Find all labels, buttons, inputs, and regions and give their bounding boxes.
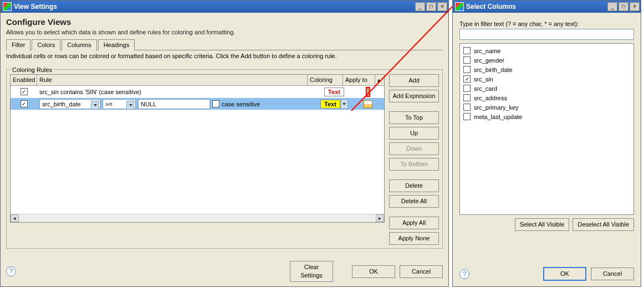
column-label: src_card [474, 85, 497, 92]
columns-list[interactable]: src_name src_gender src_birth_date ✓src_… [459, 43, 634, 215]
fieldset-label: Coloring Rules [11, 66, 54, 73]
maximize-button[interactable]: □ [426, 2, 436, 11]
column-label: src_gender [474, 57, 504, 64]
delete-all-button[interactable]: Delete All [389, 195, 439, 208]
delete-button[interactable]: Delete [389, 179, 439, 192]
add-button[interactable]: Add [389, 74, 439, 87]
colors-tab-description: Individual cells or rows can be colored … [6, 53, 443, 59]
grid-horizontal-scrollbar[interactable]: ◂ ▸ [11, 214, 384, 222]
column-item: ✓src_sin [462, 74, 631, 84]
col-header-rule[interactable]: Rule [37, 75, 308, 85]
column-label: src_sin [474, 76, 493, 83]
column-item: src_name [462, 46, 631, 55]
page-heading: Configure Views [6, 17, 443, 27]
view-settings-titlebar[interactable]: View Settings _ □ × [1, 1, 448, 13]
coloring-rules-fieldset: Enabled Rule Coloring Apply to ▴ ✓ src_s… [6, 69, 443, 249]
apply-all-button[interactable]: Apply All [389, 217, 439, 229]
col-header-apply-to[interactable]: Apply to [343, 75, 375, 85]
column-checkbox[interactable] [463, 104, 471, 111]
column-item: src_primary_key [462, 102, 631, 112]
apply-to-button-highlight [366, 87, 370, 97]
rules-grid[interactable]: Enabled Rule Coloring Apply to ▴ ✓ src_s… [10, 74, 385, 223]
enabled-checkbox[interactable]: ✓ [21, 88, 28, 95]
scroll-right-button[interactable]: ▸ [376, 214, 384, 222]
add-expression-button[interactable]: Add Expression [389, 90, 439, 102]
page-description: Allows you to select which data is shown… [6, 29, 443, 35]
apply-to-icon[interactable] [364, 100, 372, 108]
down-button[interactable]: Down [389, 142, 439, 155]
cancel-button[interactable]: Cancel [400, 265, 443, 278]
maximize-button[interactable]: □ [619, 2, 628, 11]
rule-text: src_sin contains 'SIN' (case sensitive) [37, 86, 316, 97]
help-icon[interactable]: ? [459, 269, 469, 279]
coloring-dropdown-button[interactable] [340, 99, 348, 109]
column-label: src_name [474, 48, 500, 54]
view-settings-footer: ? Clear Settings OK Cancel [6, 261, 443, 282]
column-checkbox[interactable] [463, 85, 471, 92]
app-logo-icon [455, 2, 464, 11]
close-button[interactable]: × [437, 2, 447, 11]
view-settings-window: View Settings _ □ × Configure Views Allo… [0, 0, 449, 287]
enabled-checkbox[interactable]: ✓ [21, 100, 28, 107]
column-checkbox[interactable] [463, 113, 471, 120]
field-dropdown[interactable]: src_birth_date [39, 99, 100, 109]
ok-button[interactable]: OK [543, 267, 586, 281]
minimize-button[interactable]: _ [415, 2, 425, 11]
value-input[interactable]: NULL [138, 99, 210, 109]
rule-action-buttons: Add Add Expression To Top Up Down To Bot… [389, 74, 439, 245]
up-button[interactable]: Up [389, 127, 439, 140]
minimize-button[interactable]: _ [607, 2, 617, 11]
filter-label: Type in filter text (? = any char, * = a… [459, 20, 634, 27]
apply-to-icon[interactable] [367, 88, 369, 96]
to-bottom-button[interactable]: To Bottom [389, 158, 439, 171]
column-label: src_primary_key [474, 104, 519, 111]
col-header-coloring[interactable]: Coloring [308, 75, 343, 85]
to-top-button[interactable]: To Top [389, 111, 439, 124]
scroll-left-button[interactable]: ◂ [11, 214, 19, 222]
close-button[interactable]: × [630, 2, 640, 11]
tabs-bar: Filter Colors Columns Headings [6, 39, 443, 50]
help-icon[interactable]: ? [6, 266, 16, 276]
tab-headings[interactable]: Headings [98, 39, 135, 50]
clear-settings-button[interactable]: Clear Settings [290, 261, 333, 282]
column-checkbox[interactable]: ✓ [463, 75, 471, 83]
deselect-all-visible-button[interactable]: Deselect All Visible [573, 218, 634, 231]
filter-input[interactable] [459, 29, 634, 40]
window-title: View Settings [14, 3, 415, 11]
grid-header: Enabled Rule Coloring Apply to ▴ [11, 75, 384, 86]
case-sensitive-checkbox[interactable] [212, 100, 219, 107]
grid-scroll-up-button[interactable]: ▴ [375, 75, 384, 85]
case-sensitive-label: case sensitive [222, 101, 260, 107]
column-checkbox[interactable] [463, 66, 471, 73]
app-logo-icon [3, 2, 12, 11]
column-item: src_gender [462, 55, 631, 65]
window-title: Select Columns [466, 3, 607, 11]
column-label: src_address [474, 95, 507, 101]
column-checkbox[interactable] [463, 56, 471, 64]
column-checkbox[interactable] [463, 94, 471, 101]
column-label: src_birth_date [474, 66, 513, 73]
select-columns-window: Select Columns _ □ × Type in filter text… [452, 0, 641, 287]
operator-dropdown[interactable]: >= [103, 99, 136, 109]
column-item: src_address [462, 93, 631, 102]
column-item: src_card [462, 84, 631, 93]
rule-row[interactable]: ✓ src_sin contains 'SIN' (case sensitive… [11, 86, 384, 98]
apply-none-button[interactable]: Apply None [389, 232, 439, 245]
column-item: meta_last_update [462, 112, 631, 121]
tab-columns[interactable]: Columns [62, 39, 96, 50]
column-checkbox[interactable] [463, 47, 471, 54]
tab-filter[interactable]: Filter [6, 39, 30, 50]
select-columns-titlebar[interactable]: Select Columns _ □ × [453, 1, 641, 13]
select-all-visible-button[interactable]: Select All Visible [515, 218, 570, 231]
coloring-sample[interactable]: Text [324, 88, 344, 96]
coloring-sample[interactable]: Text [320, 100, 340, 109]
ok-button[interactable]: OK [352, 265, 395, 278]
column-label: meta_last_update [474, 114, 522, 120]
rule-row-editing[interactable]: ✓ src_birth_date >= NULL case sensitive … [11, 98, 384, 110]
tab-colors[interactable]: Colors [32, 39, 60, 50]
column-item: src_birth_date [462, 65, 631, 74]
col-header-enabled[interactable]: Enabled [11, 75, 37, 85]
cancel-button[interactable]: Cancel [591, 268, 634, 280]
